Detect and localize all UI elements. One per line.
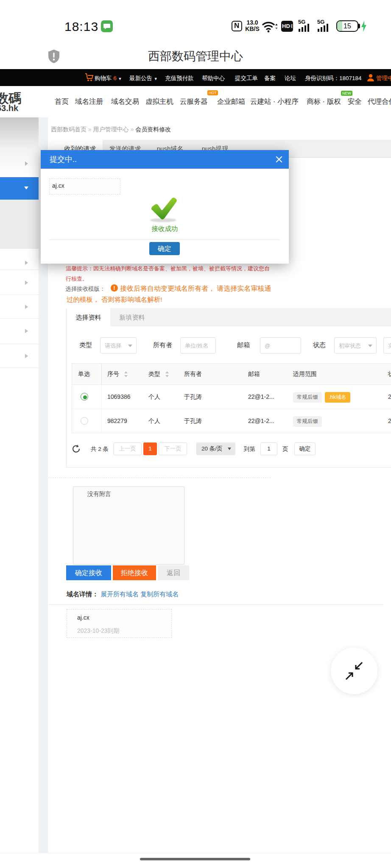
svg-text:5G: 5G (317, 19, 324, 25)
svg-text:5G: 5G (298, 19, 305, 25)
